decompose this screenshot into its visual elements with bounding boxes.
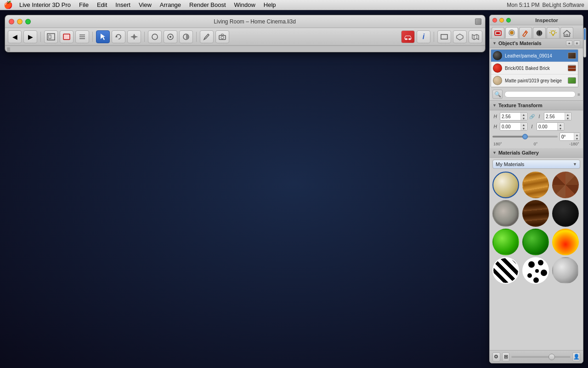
gallery-item-cream[interactable]: [492, 172, 519, 198]
info-btn[interactable]: i: [417, 30, 430, 43]
menu-window[interactable]: Window: [231, 0, 259, 9]
material-item-1[interactable]: Leather/pamela_09014: [491, 50, 578, 62]
material-swatch-2: [493, 63, 502, 73]
select-tool-btn[interactable]: [96, 30, 110, 43]
angle-stepper[interactable]: ▲ ▼: [574, 133, 580, 140]
menu-render[interactable]: Render Boost: [186, 0, 230, 9]
camera-btn[interactable]: [215, 30, 229, 43]
inspector-settings-btn[interactable]: ⚙: [492, 352, 500, 362]
offset-x-down[interactable]: ▼: [521, 126, 526, 130]
scale-x-up[interactable]: ▲: [521, 113, 526, 116]
inspector-grid-btn[interactable]: ⊞: [502, 352, 510, 362]
inspector-min-btn[interactable]: [499, 18, 504, 23]
gallery-item-wood-dark[interactable]: [522, 200, 549, 227]
material-item-2[interactable]: Brick/001 Baked Brick: [491, 62, 578, 75]
menu-edit[interactable]: Edit: [93, 0, 111, 9]
material-item-3[interactable]: Matte paint/1019 grey beige: [491, 75, 578, 87]
inspector-max-btn[interactable]: [506, 18, 511, 23]
gallery-item-stone-floor[interactable]: [552, 172, 579, 198]
offset-y-up[interactable]: ▲: [558, 123, 563, 126]
window-close-btn[interactable]: [9, 19, 14, 24]
tool-btn[interactable]: [200, 30, 214, 43]
menu-insert[interactable]: Insert: [112, 0, 134, 9]
scale-x-input[interactable]: [500, 113, 520, 120]
angle-down[interactable]: ▼: [574, 137, 580, 140]
materials-add-btn[interactable]: +: [566, 40, 572, 46]
half-btn[interactable]: [179, 30, 193, 43]
svg-line-108: [555, 30, 555, 31]
angle-slider[interactable]: [492, 136, 558, 138]
offset-y-down[interactable]: ▼: [558, 126, 563, 130]
offset-x-input[interactable]: [500, 123, 520, 130]
gallery-item-concrete[interactable]: [492, 200, 519, 227]
offset-x-up[interactable]: ▲: [521, 123, 526, 126]
angle-up[interactable]: ▲: [574, 133, 580, 137]
angle-input[interactable]: [560, 133, 574, 140]
scale-x-down[interactable]: ▼: [521, 116, 526, 120]
circle-btn[interactable]: [164, 30, 177, 43]
material-tools-bar: 🔍 ≡: [490, 88, 583, 101]
offset-y-input[interactable]: [537, 123, 557, 130]
view-3d-btn[interactable]: [453, 30, 467, 43]
sphere-btn[interactable]: [148, 30, 162, 43]
scale-v-label: I: [537, 114, 542, 119]
material-list-menu[interactable]: ≡: [577, 92, 580, 97]
eyedropper-btn[interactable]: 🔍: [492, 90, 503, 99]
transform-btn[interactable]: [127, 30, 141, 43]
gallery-item-green-bright[interactable]: [492, 229, 519, 255]
inspector-tab-material[interactable]: [505, 27, 518, 38]
window-resize-btn[interactable]: [475, 18, 481, 25]
gallery-item-dark[interactable]: [552, 200, 579, 227]
menu-file[interactable]: File: [75, 0, 92, 9]
inspector-close-btn[interactable]: [492, 18, 497, 23]
scale-y-down[interactable]: ▼: [565, 116, 571, 120]
floorplan-btn[interactable]: [44, 30, 58, 43]
gallery-item-metal[interactable]: [552, 257, 579, 284]
offset-y-stepper[interactable]: ▲ ▼: [557, 123, 563, 130]
svg-point-100: [537, 30, 542, 36]
inspector-tab-light[interactable]: [547, 27, 560, 38]
material-search-bar[interactable]: [504, 91, 576, 98]
menu-view[interactable]: View: [135, 0, 155, 9]
gallery-item-green-dark[interactable]: [522, 229, 549, 255]
gallery-item-wood-light[interactable]: [522, 172, 549, 198]
menu-app[interactable]: Live Interior 3D Pro: [16, 0, 74, 9]
nav-back-btn[interactable]: ◀: [8, 30, 22, 43]
viewport-hscrollbar[interactable]: |||: [5, 46, 485, 52]
window-minimize-btn[interactable]: [17, 19, 23, 24]
apple-menu[interactable]: 🍎: [4, 0, 13, 9]
gallery-item-zebra[interactable]: [492, 257, 519, 284]
angle-labels: 180° 0° -180°: [492, 142, 580, 146]
offset-x-stepper[interactable]: ▲ ▼: [520, 123, 526, 130]
gallery-item-spots[interactable]: [522, 257, 549, 284]
gallery-dropdown[interactable]: My Materials ▼: [492, 160, 580, 169]
inspector-tab-house[interactable]: [560, 27, 573, 38]
svg-point-12: [152, 34, 158, 40]
nav-forward-btn[interactable]: ▶: [23, 30, 37, 43]
inspector-person-btn[interactable]: 👤: [572, 352, 580, 362]
menu-help[interactable]: Help: [260, 0, 280, 9]
section-triangle-3: ▼: [492, 150, 497, 155]
inspector-tab-object[interactable]: [492, 27, 504, 38]
materials-menu-btn[interactable]: ≡: [574, 40, 580, 46]
view-2d-btn[interactable]: [437, 30, 451, 43]
inspector-bottom-bar: ⚙ ⊞ 👤: [490, 350, 583, 363]
scale-y-stepper[interactable]: ▲ ▼: [565, 113, 571, 120]
toolbar-sep-5: [434, 32, 434, 42]
scale-x-stepper[interactable]: ▲ ▼: [520, 113, 526, 120]
list-btn[interactable]: [75, 30, 89, 43]
car-btn[interactable]: [401, 30, 415, 43]
rotate-btn[interactable]: [112, 30, 125, 43]
scale-y-input[interactable]: [544, 113, 565, 120]
inspector-zoom-slider[interactable]: [511, 356, 571, 358]
menu-arrange[interactable]: Arrange: [156, 0, 185, 9]
window-maximize-btn[interactable]: [25, 19, 31, 24]
scale-y-up[interactable]: ▲: [565, 113, 571, 116]
texture-transform-body: H ▲ ▼ 🔗 I ▲ ▼: [490, 110, 583, 148]
scale-link-icon[interactable]: 🔗: [529, 114, 535, 119]
gallery-item-fire[interactable]: [552, 229, 579, 255]
inspector-tab-edit[interactable]: [519, 27, 532, 38]
render-btn[interactable]: [60, 30, 74, 43]
inspector-tab-texture[interactable]: [533, 27, 546, 38]
map-btn[interactable]: [469, 30, 482, 43]
